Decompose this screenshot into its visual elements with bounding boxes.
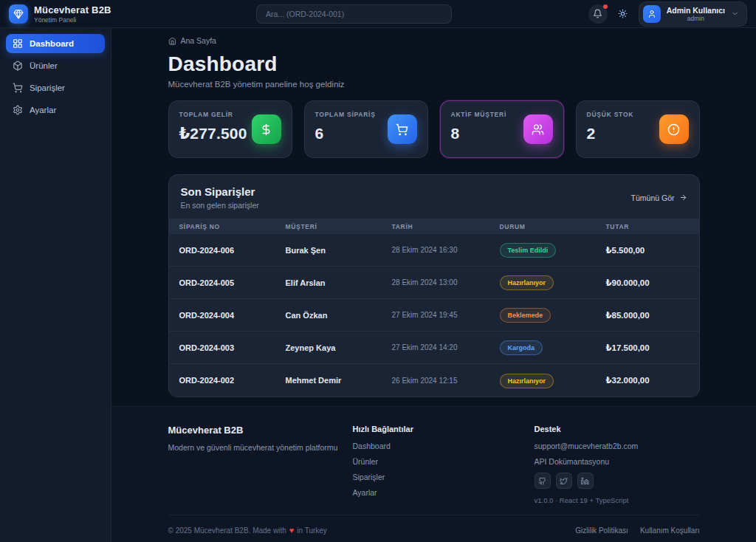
- table-row[interactable]: ORD-2024-004 Can Özkan 27 Ekim 2024 19:4…: [169, 299, 699, 332]
- order-number: ORD-2024-003: [179, 343, 286, 352]
- footer-tagline: Modern ve güvenli mücevherat yönetim pla…: [168, 443, 353, 452]
- order-amount: ₺17.500,00: [606, 343, 689, 353]
- footer-link-products[interactable]: Ürünler: [353, 457, 535, 466]
- stat-label: AKTİF MÜŞTERİ: [451, 111, 507, 118]
- github-icon[interactable]: [535, 473, 551, 489]
- breadcrumb-label: Ana Sayfa: [181, 36, 216, 45]
- dollar-icon: [252, 114, 281, 144]
- order-amount: ₺32.000,00: [606, 375, 689, 385]
- stat-label: TOPLAM GELİR: [179, 111, 247, 118]
- sidebar-item-dashboard[interactable]: Dashboard: [6, 34, 105, 53]
- bell-icon: [593, 9, 602, 18]
- footer-columns: Mücevherat B2B Modern ve güvenli mücevhe…: [168, 425, 700, 504]
- orders-title: Son Siparişler: [181, 185, 259, 198]
- status-badge: Teslim Edildi: [500, 243, 557, 258]
- order-date: 28 Ekim 2024 13:00: [392, 278, 500, 287]
- column-header: TUTAR: [606, 223, 689, 230]
- table-row[interactable]: ORD-2024-003 Zeynep Kaya 27 Ekim 2024 14…: [169, 332, 699, 364]
- status-badge: Hazırlanıyor: [500, 374, 554, 388]
- search-input[interactable]: [256, 4, 452, 24]
- customer-name: Elif Arslan: [286, 278, 392, 287]
- footer-api-docs-link[interactable]: API Dokümantasyonu: [535, 457, 700, 466]
- page-subtitle: Mücevherat B2B yönetim paneline hoş geld…: [168, 80, 700, 89]
- legal-links: Gizlilik Politikası Kullanım Koşulları: [575, 526, 699, 535]
- brand-logo-block[interactable]: Mücevherat B2B Yönetim Paneli: [9, 4, 249, 24]
- theme-toggle-button[interactable]: [615, 6, 631, 22]
- chevron-down-icon: [731, 10, 739, 18]
- sun-icon: [618, 9, 628, 18]
- page-footer: Mücevherat B2B Modern ve güvenli mücevhe…: [111, 406, 756, 542]
- order-date: 26 Ekim 2024 12:15: [392, 377, 500, 385]
- order-amount: ₺5.500,00: [606, 245, 689, 255]
- sidebar-item-products[interactable]: Ürünler: [6, 56, 105, 75]
- app-shell: Dashboard Ürünler Siparişler Ayarlar: [0, 28, 756, 542]
- table-row[interactable]: ORD-2024-005 Elif Arslan 28 Ekim 2024 13…: [169, 267, 699, 299]
- user-avatar-icon: [643, 5, 661, 23]
- user-info: Admin Kullanıcı admin: [667, 6, 725, 22]
- arrow-right-icon: [679, 193, 687, 202]
- header-actions: Admin Kullanıcı admin: [588, 1, 747, 27]
- footer-link-dashboard[interactable]: Dashboard: [353, 442, 535, 450]
- page-title: Dashboard: [168, 52, 700, 76]
- stat-card-total-revenue: TOPLAM GELİR ₺277.500: [168, 100, 292, 158]
- brand-text: Mücevherat B2B Yönetim Paneli: [34, 4, 111, 24]
- stat-text: AKTİF MÜŞTERİ 8: [451, 111, 507, 148]
- breadcrumb[interactable]: Ana Sayfa: [168, 36, 700, 45]
- status-badge: Kargoda: [500, 340, 543, 355]
- sidebar-item-label: Ayarlar: [30, 106, 56, 114]
- footer-brand-title: Mücevherat B2B: [168, 425, 353, 436]
- user-role: admin: [667, 15, 725, 22]
- column-header: DURUM: [500, 223, 606, 230]
- sidebar-item-label: Dashboard: [30, 39, 74, 48]
- notifications-button[interactable]: [588, 4, 608, 24]
- copyright-text: © 2025 Mücevherat B2B. Made with ♥ in Tu…: [168, 526, 327, 535]
- stat-value: 2: [587, 125, 634, 143]
- footer-link-settings[interactable]: Ayarlar: [353, 488, 535, 497]
- terms-link[interactable]: Kullanım Koşulları: [640, 526, 700, 535]
- footer-support-column: Destek support@mucevheratb2b.com API Dok…: [535, 425, 700, 504]
- customer-name: Mehmet Demir: [286, 376, 392, 385]
- order-amount: ₺90.000,00: [606, 278, 689, 288]
- footer-brand-column: Mücevherat B2B Modern ve güvenli mücevhe…: [168, 425, 353, 504]
- sidebar-item-settings[interactable]: Ayarlar: [6, 100, 105, 120]
- column-header: SİPARİŞ NO: [179, 223, 286, 230]
- orders-card-titles: Son Siparişler En son gelen siparişler: [181, 185, 259, 210]
- order-number: ORD-2024-005: [179, 278, 286, 287]
- status-badge: Beklemede: [500, 308, 551, 323]
- footer-support-title: Destek: [535, 425, 700, 433]
- gem-icon: [9, 4, 28, 24]
- table-row[interactable]: ORD-2024-002 Mehmet Demir 26 Ekim 2024 1…: [169, 364, 699, 397]
- stat-value: 8: [451, 125, 507, 143]
- users-icon: [523, 114, 553, 144]
- stat-label: DÜŞÜK STOK: [587, 111, 634, 118]
- privacy-policy-link[interactable]: Gizlilik Politikası: [575, 526, 628, 535]
- stats-row: TOPLAM GELİR ₺277.500 TOPLAM SİPARİŞ 6: [168, 100, 700, 158]
- customer-name: Can Özkan: [286, 311, 392, 320]
- cart-icon: [13, 83, 23, 93]
- order-number: ORD-2024-002: [179, 376, 286, 385]
- recent-orders-card: Son Siparişler En son gelen siparişler T…: [168, 174, 700, 397]
- notification-dot: [603, 4, 608, 9]
- gear-icon: [13, 105, 23, 115]
- stat-text: TOPLAM GELİR ₺277.500: [179, 111, 247, 148]
- view-all-link[interactable]: Tümünü Gör: [631, 193, 687, 202]
- stat-value: ₺277.500: [179, 125, 247, 143]
- table-header-row: SİPARİŞ NO MÜŞTERİ TARİH DURUM TUTAR: [169, 219, 699, 234]
- sidebar-item-orders[interactable]: Siparişler: [6, 78, 105, 97]
- dashboard-grid-icon: [13, 38, 23, 49]
- table-row[interactable]: ORD-2024-006 Burak Şen 28 Ekim 2024 16:3…: [169, 234, 699, 267]
- heart-icon: ♥: [289, 526, 295, 535]
- order-amount: ₺85.000,00: [606, 310, 689, 320]
- main-area: Ana Sayfa Dashboard Mücevherat B2B yönet…: [111, 28, 756, 542]
- footer-link-orders[interactable]: Siparişler: [353, 473, 535, 481]
- linkedin-icon[interactable]: [577, 473, 594, 489]
- user-menu-button[interactable]: Admin Kullanıcı admin: [639, 1, 747, 27]
- cart-icon: [388, 114, 417, 144]
- footer-inner: Mücevherat B2B Modern ve güvenli mücevhe…: [168, 407, 700, 542]
- footer-support-email[interactable]: support@mucevheratb2b.com: [535, 442, 700, 450]
- sidebar: Dashboard Ürünler Siparişler Ayarlar: [0, 28, 111, 542]
- app-window: Mücevherat B2B Yönetim Paneli: [0, 0, 756, 542]
- column-header: MÜŞTERİ: [286, 223, 392, 230]
- order-date: 27 Ekim 2024 14:20: [392, 343, 500, 351]
- twitter-icon[interactable]: [556, 473, 572, 489]
